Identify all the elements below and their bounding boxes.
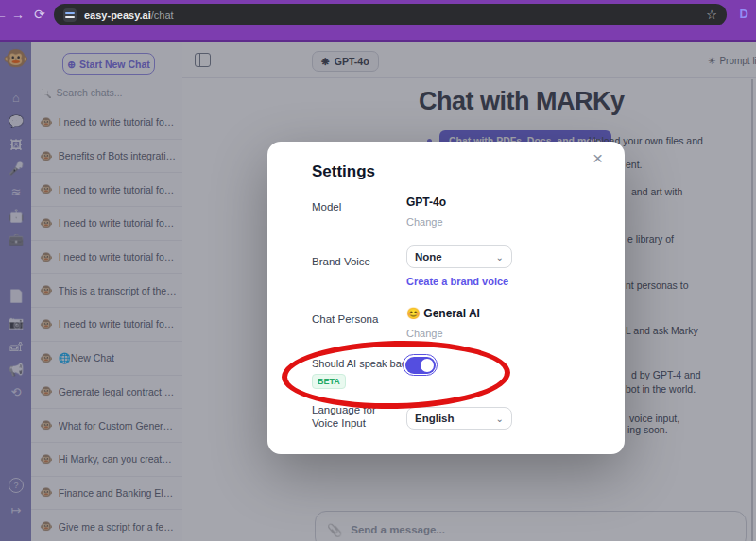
model-label: Model: [312, 200, 406, 213]
chat-persona-value: 😊 General AI: [406, 307, 480, 320]
persona-change-link[interactable]: Change: [406, 328, 443, 339]
close-icon[interactable]: ×: [593, 149, 603, 168]
url-text: easy-peasy.ai/chat: [84, 9, 700, 21]
reload-icon[interactable]: ⟳: [34, 6, 45, 23]
chevron-down-icon: ⌄: [496, 252, 504, 262]
address-bar[interactable]: easy-peasy.ai/chat ☆: [54, 4, 727, 25]
model-value: GPT-4o: [406, 195, 446, 209]
screen: ← → ⟳ easy-peasy.ai/chat ☆ D 🐵 ⌂ 💬 🖼 🎤 ≋…: [0, 0, 756, 541]
browser-chrome: ← → ⟳ easy-peasy.ai/chat ☆ D: [0, 0, 756, 42]
brand-voice-label: Brand Voice: [312, 255, 406, 268]
chevron-down-icon: ⌄: [496, 414, 504, 424]
site-info-icon[interactable]: [63, 8, 77, 22]
forward-icon[interactable]: →: [11, 6, 25, 23]
settings-modal: Settings × Model GPT-4o Change Brand Voi…: [267, 142, 625, 454]
profile-avatar[interactable]: D: [740, 7, 748, 21]
brand-voice-value: None: [415, 251, 442, 262]
chat-persona-label: Chat Persona: [312, 313, 406, 326]
back-icon[interactable]: ←: [0, 6, 8, 23]
create-brand-voice-link[interactable]: Create a brand voice: [406, 276, 508, 287]
language-value: English: [415, 413, 455, 424]
modal-title: Settings: [312, 162, 375, 181]
brand-voice-select[interactable]: None ⌄: [406, 245, 512, 268]
bookmark-star-icon[interactable]: ☆: [706, 8, 717, 22]
language-select[interactable]: English ⌄: [406, 407, 512, 430]
model-change-link[interactable]: Change: [406, 216, 443, 228]
